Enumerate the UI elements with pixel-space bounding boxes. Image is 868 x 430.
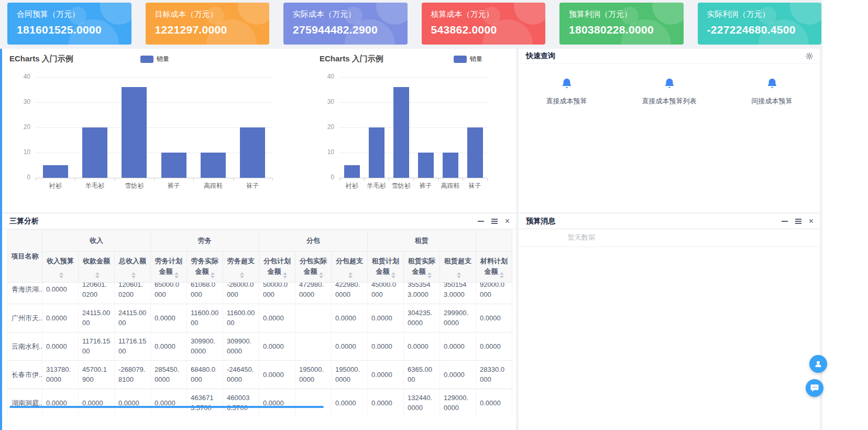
analysis-panel: 三算分析 × 项目名称收入劳务分包租赁收入预算收款金额总收入额劳务计划金额劳务实… [2, 214, 516, 430]
bar[interactable] [344, 165, 360, 178]
kpi-card-value: 275944482.2900 [293, 24, 398, 36]
minimize-icon[interactable] [478, 221, 484, 222]
sort-caret-icon[interactable] [427, 272, 432, 278]
bar[interactable] [240, 127, 265, 178]
bar[interactable] [369, 127, 384, 178]
chart-legend[interactable]: 销量 [454, 55, 482, 63]
y-tick-label: 30 [313, 98, 334, 105]
col-header[interactable]: 租赁实际金额 [404, 252, 440, 283]
sort-caret-icon[interactable] [95, 272, 100, 278]
chat-float-button[interactable] [806, 379, 823, 397]
table-cell: 0.0000 [151, 332, 187, 360]
table-cell: 0.0000 [332, 389, 368, 416]
table-cell: 3553543.0000 [404, 283, 440, 304]
col-header-project-name[interactable]: 项目名称 [8, 230, 42, 283]
table-cell: 309900.0000 [187, 332, 223, 360]
col-header[interactable]: 租赁计划金额 [368, 252, 404, 283]
col-header[interactable]: 劳务实际金额 [187, 252, 223, 283]
project-name-cell: 长春市伊... [8, 360, 42, 389]
bar[interactable] [467, 127, 483, 178]
table-cell: 0.0000 [368, 389, 404, 416]
analysis-panel-title: 三算分析 [9, 217, 478, 226]
table-cell: 120601.0200 [115, 283, 151, 304]
table-cell: 132440.0000 [404, 389, 440, 416]
sort-caret-icon[interactable] [240, 272, 244, 278]
table-cell: 0.0000 [115, 389, 151, 416]
y-tick-label: 20 [9, 123, 30, 131]
bar[interactable] [161, 153, 186, 178]
table-cell: 11600.0000 [187, 304, 223, 332]
col-header[interactable]: 租赁超支 [440, 252, 476, 283]
sort-caret-icon[interactable] [283, 272, 287, 278]
quick-query-items: 直接成本预算直接成本预算列表间接成本预算 [519, 78, 820, 106]
left-scrollbar[interactable] [0, 49, 2, 430]
table-cell: 313780.0000 [42, 360, 79, 389]
sort-caret-icon[interactable] [59, 272, 63, 278]
quick-query-item[interactable]: 间接成本预算 [752, 78, 793, 106]
sort-caret-icon[interactable] [457, 272, 461, 278]
person-icon [814, 359, 823, 369]
sort-caret-icon[interactable] [391, 272, 395, 278]
table-cell: 0.0000 [259, 360, 295, 389]
table-cell: 309900.0000 [223, 332, 259, 360]
col-header[interactable]: 收款金额 [79, 252, 115, 283]
kpi-card-value: 181601525.0000 [17, 24, 122, 36]
table-row[interactable]: 湖南洞庭...0.00000.00000.00000.00004636713.5… [8, 389, 512, 416]
sort-caret-icon[interactable] [211, 272, 215, 278]
col-header[interactable]: 分包实际金额 [295, 252, 332, 283]
table-row[interactable]: 青海洪湖...0.0000120601.0200120601.020065000… [8, 283, 512, 304]
col-group-header: 收入 [42, 230, 151, 252]
table-row[interactable]: 广州市天...0.000024115.000024115.00000.00001… [8, 304, 512, 332]
col-header[interactable]: 总收入额 [115, 252, 151, 283]
table-body-viewport[interactable]: 青海洪湖...0.0000120601.0200120601.020065000… [7, 283, 512, 416]
close-icon[interactable]: × [809, 217, 814, 225]
x-tick-label: 袜子 [233, 181, 272, 190]
close-icon[interactable]: × [505, 217, 510, 225]
table-cell: 11716.1500 [115, 332, 151, 360]
bar[interactable] [418, 153, 434, 178]
col-header-label: 租赁超支 [444, 257, 471, 265]
sort-caret-icon[interactable] [500, 272, 504, 278]
col-header[interactable]: 材料计划金额 [476, 252, 512, 283]
col-header-label: 劳务超支 [227, 257, 255, 265]
table-cell: 6365.0000 [404, 360, 440, 389]
col-header[interactable]: 劳务超支 [223, 252, 259, 283]
table-cell: 285450.0000 [151, 360, 187, 389]
sort-caret-icon[interactable] [131, 272, 136, 278]
bar[interactable] [43, 165, 68, 178]
chart-legend[interactable]: 销量 [140, 55, 169, 63]
axis-tick [115, 178, 115, 181]
y-tick-label: 40 [313, 73, 334, 80]
col-header[interactable]: 分包超支 [332, 252, 368, 283]
col-group-header: 分包 [259, 230, 368, 252]
sort-caret-icon[interactable] [174, 272, 179, 278]
charts-panel: ECharts 入门示例销量010203040衬衫羊毛衫雪纺衫裤子高跟鞋袜子 E… [2, 49, 516, 212]
menu-icon[interactable] [491, 221, 498, 222]
bar[interactable] [201, 153, 226, 178]
col-header[interactable]: 收入预算 [42, 252, 79, 283]
col-header[interactable]: 劳务计划金额 [151, 252, 187, 283]
col-header[interactable]: 分包计划金额 [259, 252, 295, 283]
kpi-card-value: 180380228.0000 [569, 24, 674, 36]
bar[interactable] [122, 87, 147, 178]
horizontal-scrollbar-thumb[interactable] [9, 406, 324, 408]
chart-title: ECharts 入门示例 [320, 54, 383, 64]
kpi-card-value: 543862.0000 [431, 24, 536, 36]
settings-gear-icon[interactable] [805, 52, 814, 60]
table-row[interactable]: 云南水利...0.000011716.150011716.15000.00003… [8, 332, 512, 360]
quick-query-item[interactable]: 直接成本预算 [546, 78, 587, 106]
bar[interactable] [443, 153, 458, 178]
table-row[interactable]: 长春市伊...313780.000045700.1900-268079.8100… [8, 360, 512, 389]
menu-icon[interactable] [795, 221, 801, 222]
gridline [339, 77, 487, 78]
quick-query-item[interactable]: 直接成本预算列表 [642, 78, 697, 106]
gridline [36, 153, 272, 153]
assistant-float-button[interactable] [809, 355, 827, 373]
minimize-icon[interactable] [782, 221, 788, 222]
bar[interactable] [393, 87, 409, 178]
kpi-card-value: -227224680.4500 [707, 24, 812, 36]
sort-caret-icon[interactable] [348, 272, 353, 278]
sort-caret-icon[interactable] [319, 272, 323, 278]
quick-query-title: 快速查询 [526, 51, 805, 61]
bar[interactable] [82, 127, 107, 178]
